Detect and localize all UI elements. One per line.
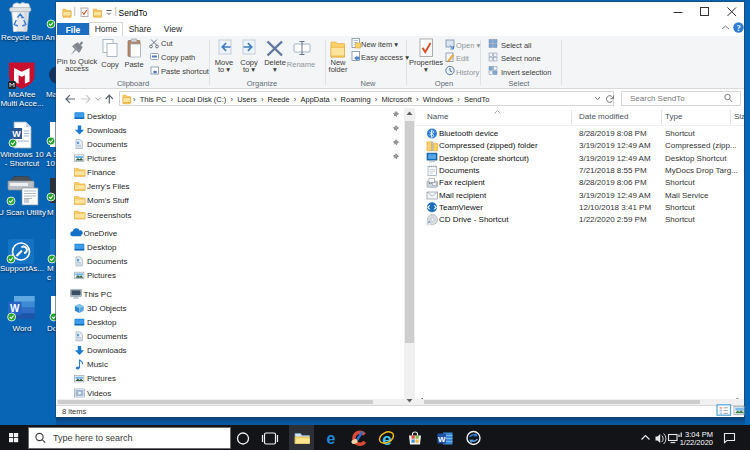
svg-text:e: e: [327, 430, 336, 447]
svg-text:W: W: [438, 435, 446, 444]
